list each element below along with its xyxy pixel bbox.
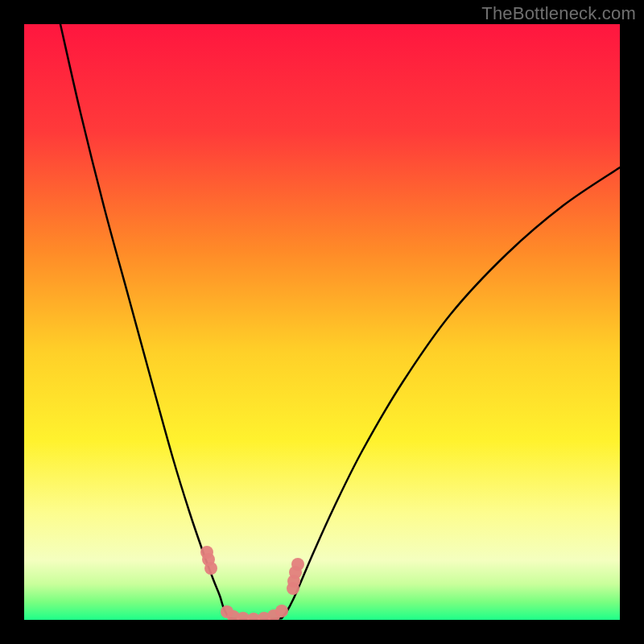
curve-left-branch xyxy=(60,24,229,618)
watermark-text: TheBottleneck.com xyxy=(481,3,636,24)
curves-svg xyxy=(24,24,620,620)
data-marker xyxy=(291,558,304,571)
plot-area xyxy=(24,24,620,620)
frame: TheBottleneck.com xyxy=(0,0,644,644)
curve-right-branch xyxy=(282,167,620,618)
data-marker xyxy=(204,562,217,575)
data-marker xyxy=(275,605,288,617)
